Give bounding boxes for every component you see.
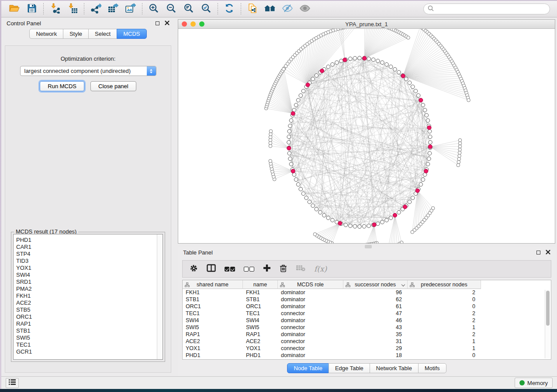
ring-node[interactable] <box>428 135 432 139</box>
search-field[interactable] <box>423 3 550 14</box>
ring-node[interactable] <box>311 204 315 208</box>
network-window-titlebar[interactable]: YPA_prune.txt_1 <box>178 20 555 29</box>
satellite-node[interactable] <box>313 233 317 236</box>
unselect-all-button[interactable] <box>244 267 254 272</box>
ring-node[interactable] <box>408 200 412 204</box>
ring-node[interactable] <box>427 157 431 161</box>
mcds-result-item[interactable]: PMA2 <box>16 285 163 292</box>
ring-node[interactable] <box>371 58 375 62</box>
refresh-button[interactable] <box>221 2 238 16</box>
float-table-panel-button[interactable] <box>536 251 540 254</box>
table-tab-network-table[interactable]: Network Table <box>370 363 419 373</box>
ring-node[interactable] <box>301 89 305 93</box>
satellite-node[interactable] <box>457 157 461 161</box>
table-tab-edge-table[interactable]: Edge Table <box>329 363 370 373</box>
satellite-node[interactable] <box>458 142 462 145</box>
ring-node[interactable] <box>315 207 318 211</box>
ring-node[interactable] <box>344 223 348 227</box>
satellite-node[interactable] <box>269 130 273 133</box>
task-history-button[interactable] <box>6 378 19 388</box>
column-header-shared-name[interactable]: shared name <box>183 280 243 289</box>
ring-node[interactable] <box>318 210 322 214</box>
hide-selected-button[interactable] <box>279 2 296 16</box>
satellite-node[interactable] <box>458 145 462 148</box>
ring-node[interactable] <box>308 200 311 204</box>
column-header-successor-nodes[interactable]: successor nodes <box>343 280 408 289</box>
satellite-node[interactable] <box>282 68 285 71</box>
ring-node[interactable] <box>393 68 397 72</box>
select-all-button[interactable] <box>225 267 235 272</box>
mcds-result-listbox[interactable]: PHD1CAR1STP4TID3YOX1SWI4SRD1PMA2FKH1ACE2… <box>13 234 163 360</box>
mcds-result-item[interactable]: FKH1 <box>16 292 163 299</box>
memory-button[interactable]: Memory <box>515 378 553 388</box>
show-all-button[interactable] <box>296 2 314 16</box>
network-graph[interactable] <box>178 29 555 243</box>
satellite-node[interactable] <box>458 154 461 158</box>
table-row[interactable]: YOX1YOX1connector291 <box>183 345 551 352</box>
satellite-node[interactable] <box>458 138 462 142</box>
mcds-result-item[interactable]: TEC1 <box>16 341 163 348</box>
satellite-node[interactable] <box>467 99 471 102</box>
node-table[interactable]: shared namenameMCDS rolesuccessor nodesp… <box>182 280 551 360</box>
satellite-node[interactable] <box>407 36 410 40</box>
ring-node[interactable] <box>376 222 380 226</box>
mcds-result-item[interactable]: STB1 <box>16 327 163 334</box>
mcds-hub-node[interactable] <box>291 111 295 115</box>
mcds-hub-node[interactable] <box>343 58 347 62</box>
mcds-result-item[interactable]: PHD1 <box>16 237 163 244</box>
ring-node[interactable] <box>294 103 298 107</box>
mcds-hub-node[interactable] <box>291 169 295 173</box>
float-panel-button[interactable] <box>156 21 159 25</box>
mcds-hub-node[interactable] <box>419 98 423 102</box>
mcds-result-item[interactable]: SWI4 <box>16 272 163 279</box>
mcds-hub-node[interactable] <box>393 213 397 217</box>
import-network-button[interactable] <box>46 2 64 16</box>
ring-node[interactable] <box>411 85 415 89</box>
satellite-node[interactable] <box>458 151 461 155</box>
delete-rows-button[interactable] <box>280 264 287 274</box>
satellite-node[interactable] <box>458 148 462 151</box>
ring-node[interactable] <box>358 225 362 229</box>
ring-node[interactable] <box>299 187 303 191</box>
tab-select[interactable]: Select <box>88 29 117 39</box>
mcds-result-item[interactable]: YOX1 <box>16 265 163 272</box>
import-table-button[interactable] <box>64 2 81 16</box>
ring-node[interactable] <box>389 65 393 69</box>
tab-style[interactable]: Style <box>63 29 89 39</box>
save-session-button[interactable] <box>23 2 41 16</box>
table-row[interactable]: SWI5SWI5connector431 <box>183 324 551 331</box>
table-row[interactable]: STB1STB1dominator620 <box>183 296 551 303</box>
satellite-node[interactable] <box>411 230 414 234</box>
satellite-node[interactable] <box>457 163 460 167</box>
ring-node[interactable] <box>414 89 418 93</box>
mcds-result-item[interactable]: TID3 <box>16 258 163 265</box>
mcds-hub-node[interactable] <box>287 146 291 150</box>
table-row[interactable]: SWI4SWI4dominator462 <box>183 317 551 324</box>
column-header-predecessor-nodes[interactable]: predecessor nodes <box>408 280 481 289</box>
mcds-hub-node[interactable] <box>427 126 431 130</box>
mcds-hub-node[interactable] <box>306 83 310 87</box>
window-close-icon[interactable] <box>182 21 187 27</box>
ring-node[interactable] <box>381 61 384 65</box>
table-tab-node-table[interactable]: Node Table <box>287 363 329 373</box>
satellite-node[interactable] <box>269 159 272 163</box>
ring-node[interactable] <box>381 220 384 224</box>
ring-node[interactable] <box>419 182 423 186</box>
close-panel-button[interactable] <box>165 20 170 27</box>
ring-node[interactable] <box>421 103 425 107</box>
ring-node[interactable] <box>311 77 315 81</box>
ring-node[interactable] <box>385 62 389 66</box>
tab-mcds[interactable]: MCDS <box>117 29 146 39</box>
ring-node[interactable] <box>326 216 330 220</box>
ring-node[interactable] <box>335 61 339 65</box>
ring-node[interactable] <box>288 157 292 161</box>
mcds-hub-node[interactable] <box>338 221 342 225</box>
table-scrollbar[interactable] <box>545 290 550 358</box>
network-canvas[interactable] <box>178 29 555 243</box>
ring-node[interactable] <box>296 182 300 186</box>
ring-node[interactable] <box>376 59 380 63</box>
ring-node[interactable] <box>349 224 353 228</box>
ring-node[interactable] <box>289 119 293 123</box>
ring-node[interactable] <box>426 162 430 166</box>
mcds-result-item[interactable]: SRD1 <box>16 279 163 285</box>
